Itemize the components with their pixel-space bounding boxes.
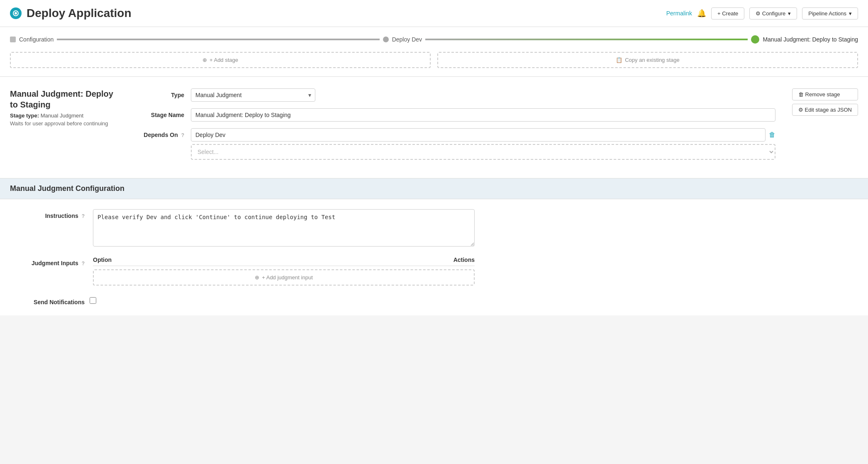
stages-section: Configuration Deploy Dev Manual Judgment… xyxy=(0,27,868,77)
svg-point-1 xyxy=(15,12,17,15)
stage-label-deploy-dev[interactable]: Deploy Dev xyxy=(392,36,422,43)
stage-config-section: Manual Judgment: Deploy to Staging Stage… xyxy=(0,77,868,178)
type-select[interactable]: Manual Judgment xyxy=(191,88,315,102)
send-notifications-checkbox[interactable] xyxy=(90,297,96,304)
stage-name-input[interactable] xyxy=(191,108,775,122)
stage-type-label: Stage type: Manual Judgment xyxy=(10,112,118,119)
add-stage-row: ⊕ + Add stage 📋 Copy an existing stage xyxy=(10,52,858,68)
judgment-inputs-row: Judgment Inputs ? Option Actions ⊕ + Add… xyxy=(10,256,858,286)
depends-on-row: Depends On ? 🗑 Select... xyxy=(134,128,775,160)
stage-type-prefix: Stage type: xyxy=(10,112,39,119)
copy-stage-button[interactable]: 📋 Copy an existing stage xyxy=(437,52,858,68)
stage-label-config[interactable]: Configuration xyxy=(19,36,54,43)
judgment-col-option-header: Option xyxy=(93,256,112,263)
instructions-textarea[interactable]: Please verify Dev and click 'Continue' t… xyxy=(93,209,475,247)
add-judgment-input-button[interactable]: ⊕ + Add judgment input xyxy=(93,269,475,286)
stage-config-inner: Manual Judgment: Deploy to Staging Stage… xyxy=(10,88,858,166)
copy-icon: 📋 xyxy=(616,57,622,63)
depends-tag-row: 🗑 xyxy=(191,128,775,142)
stage-node-config: Configuration xyxy=(10,36,54,43)
instructions-label: Instructions ? xyxy=(10,209,85,219)
stage-form: Type Manual Judgment Stage Name Depends … xyxy=(134,88,775,166)
judgment-col-actions-header: Actions xyxy=(454,256,475,263)
create-button[interactable]: + Create xyxy=(711,7,744,20)
permalink-link[interactable]: Permalink xyxy=(666,10,692,17)
add-stage-button[interactable]: ⊕ + Add stage xyxy=(10,52,431,68)
remove-stage-button[interactable]: 🗑 Remove stage xyxy=(792,88,858,100)
instructions-help-icon: ? xyxy=(82,213,85,219)
depends-on-delete-icon[interactable]: 🗑 xyxy=(769,131,775,139)
manual-judgment-circle xyxy=(751,35,759,44)
page-title: Deploy Application xyxy=(27,7,132,20)
notification-icon: 🔔 xyxy=(697,9,706,18)
add-judgment-plus-icon: ⊕ xyxy=(255,274,259,281)
stage-label-manual-judgment[interactable]: Manual Judgment: Deploy to Staging xyxy=(763,36,858,43)
connector-1 xyxy=(57,39,379,40)
mj-config-title: Manual Judgment Configuration xyxy=(10,184,858,193)
stage-info: Manual Judgment: Deploy to Staging Stage… xyxy=(10,88,118,127)
header-right: Permalink 🔔 + Create ⚙ Configure Pipelin… xyxy=(666,7,858,20)
depends-on-label: Depends On ? xyxy=(134,128,184,138)
judgment-inputs-wrapper: Option Actions ⊕ + Add judgment input xyxy=(93,256,475,286)
mj-config-body: Instructions ? Please verify Dev and cli… xyxy=(0,199,868,315)
pipeline-actions-button[interactable]: Pipeline Actions xyxy=(802,7,858,20)
mj-config-section-header: Manual Judgment Configuration xyxy=(0,178,868,199)
stage-description: Waits for user approval before continuin… xyxy=(10,120,118,127)
config-icon xyxy=(10,37,16,42)
stage-type-value: Manual Judgment xyxy=(41,112,83,119)
app-icon xyxy=(10,7,22,19)
stage-info-title: Manual Judgment: Deploy to Staging xyxy=(10,88,118,110)
plus-icon: ⊕ xyxy=(202,57,207,63)
stage-actions: 🗑 Remove stage ⚙ Edit stage as JSON xyxy=(792,88,858,116)
edit-stage-json-button[interactable]: ⚙ Edit stage as JSON xyxy=(792,104,858,116)
depends-on-help-icon: ? xyxy=(181,132,184,138)
type-label: Type xyxy=(134,88,184,98)
judgment-inputs-help-icon: ? xyxy=(82,261,85,266)
depends-on-select[interactable]: Select... xyxy=(191,144,775,160)
type-select-wrapper: Manual Judgment xyxy=(191,88,315,102)
depends-on-value-input[interactable] xyxy=(191,128,766,142)
stage-name-label: Stage Name xyxy=(134,108,184,118)
copy-stage-label: Copy an existing stage xyxy=(625,57,680,63)
configure-button[interactable]: ⚙ Configure xyxy=(749,7,797,20)
send-notifications-label: Send Notifications xyxy=(10,295,85,305)
judgment-inputs-header: Option Actions xyxy=(93,256,475,266)
type-row: Type Manual Judgment xyxy=(134,88,775,102)
stage-node-deploy-dev: Deploy Dev xyxy=(383,36,422,43)
deploy-dev-circle xyxy=(383,37,389,42)
stage-name-row: Stage Name xyxy=(134,108,775,122)
connector-2 xyxy=(425,39,748,40)
add-judgment-label: + Add judgment input xyxy=(262,274,313,281)
app-header: Deploy Application Permalink 🔔 + Create … xyxy=(0,0,868,27)
send-notifications-row: Send Notifications xyxy=(10,295,858,305)
instructions-row: Instructions ? Please verify Dev and cli… xyxy=(10,209,858,247)
header-left: Deploy Application xyxy=(10,7,132,20)
stages-track: Configuration Deploy Dev Manual Judgment… xyxy=(10,35,858,44)
judgment-inputs-label: Judgment Inputs ? xyxy=(10,256,85,266)
add-stage-label: + Add stage xyxy=(210,57,238,63)
stage-node-manual-judgment: Manual Judgment: Deploy to Staging xyxy=(751,35,858,44)
depends-on-wrapper: 🗑 Select... xyxy=(191,128,775,160)
